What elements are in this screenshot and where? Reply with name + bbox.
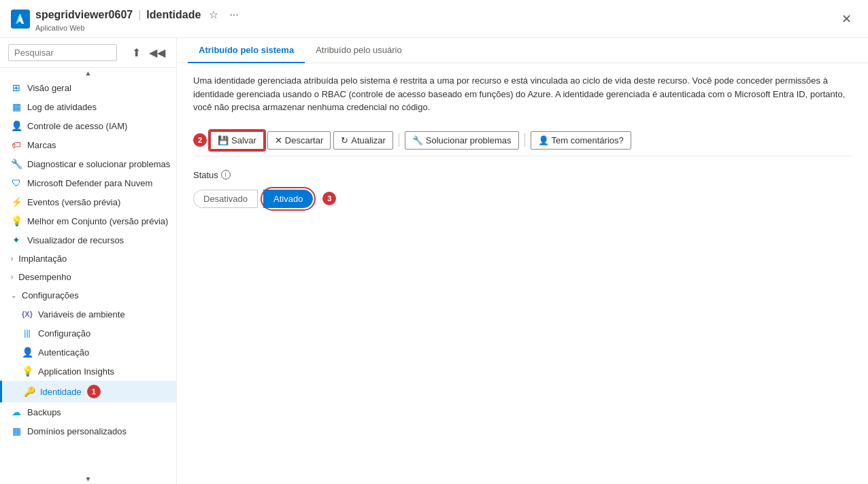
identidade-icon: 🔑 — [24, 386, 35, 397]
sidebar-controls: ⬆ ◀◀ — [129, 44, 168, 62]
sidebar-item-marcas[interactable]: 🏷 Marcas — [0, 135, 176, 154]
sidebar-item-identidade[interactable]: 🔑 Identidade 1 — [0, 381, 176, 402]
status-text: Status — [193, 170, 218, 180]
toolbar-divider-2 — [524, 133, 525, 147]
sidebar-item-visao-geral[interactable]: ⊞ Visão geral — [0, 78, 176, 97]
solve-button[interactable]: 🔧 Solucionar problemas — [405, 131, 519, 150]
tabs-bar: Atribuído pelo sistema Atribuído pelo us… — [177, 38, 868, 63]
configuracao-icon: ||| — [22, 328, 33, 339]
status-label-row: Status i — [193, 170, 852, 180]
melhor-conjunto-icon: 💡 — [11, 215, 22, 226]
step-badge-2: 2 — [193, 133, 207, 147]
backups-icon: ☁ — [11, 407, 22, 417]
sidebar-item-diagnosticar[interactable]: 🔧 Diagnosticar e solucionar problemas — [0, 154, 176, 173]
solve-icon: 🔧 — [412, 135, 423, 145]
main-content: Atribuído pelo sistema Atribuído pelo us… — [177, 38, 868, 484]
toggle-highlight-box: Ativado — [261, 187, 316, 211]
feedback-button[interactable]: 👤 Tem comentários? — [531, 131, 631, 150]
save-label: Salvar — [231, 135, 256, 145]
discard-icon: ✕ — [275, 135, 282, 145]
sidebar-item-visualizador-recursos[interactable]: ✦ Visualizador de recursos — [0, 230, 176, 249]
group-label: Implantação — [18, 254, 67, 264]
status-info-icon[interactable]: i — [221, 170, 231, 179]
chevron-configuracoes: ⌄ — [11, 292, 16, 299]
sidebar-item-label: Marcas — [27, 140, 56, 150]
sidebar-item-label: Diagnosticar e solucionar problemas — [27, 159, 170, 169]
sidebar-item-configuracao[interactable]: ||| Configuração — [0, 324, 176, 343]
chevron-implantacao: › — [11, 255, 13, 262]
sidebar-item-backups[interactable]: ☁ Backups — [0, 402, 176, 421]
toolbar: 2 💾 Salvar ✕ Descartar ↻ Atualizar 🔧 Sol… — [193, 125, 852, 156]
controle-acesso-icon: 👤 — [11, 120, 22, 131]
sidebar-item-log-atividades[interactable]: ▦ Log de atividades — [0, 97, 176, 116]
scroll-down-indicator: ▼ — [0, 474, 176, 484]
sidebar-item-label: Controle de acesso (IAM) — [27, 121, 127, 131]
tab-atribuido-usuario[interactable]: Atribuído pelo usuário — [305, 38, 412, 63]
sidebar-group-desempenho[interactable]: › Desempenho — [0, 268, 176, 286]
dominios-icon: ▦ — [11, 426, 22, 436]
resource-name: spegridviewer0607 — [35, 9, 133, 21]
sidebar-item-autenticacao[interactable]: 👤 Autenticação — [0, 343, 176, 362]
marcas-icon: 🏷 — [11, 139, 22, 150]
save-button[interactable]: 💾 Salvar — [210, 131, 265, 150]
scroll-down-arrow: ▼ — [85, 475, 92, 483]
sidebar-item-label: Visualizador de recursos — [27, 235, 124, 245]
sidebar-item-eventos[interactable]: ⚡ Eventos (versão prévia) — [0, 192, 176, 211]
defender-icon: 🛡 — [11, 177, 22, 188]
content-area: Uma identidade gerenciada atribuída pelo… — [177, 63, 868, 484]
sidebar-item-label: Domínios personalizados — [27, 426, 127, 436]
sidebar-item-label: Melhor em Conjunto (versão prévia) — [27, 216, 168, 226]
sidebar-item-label: Microsoft Defender para Nuvem — [27, 178, 152, 188]
step-badge-3: 3 — [322, 192, 336, 205]
sidebar-item-application-insights[interactable]: 💡 Application Insights — [0, 362, 176, 381]
header: spegridviewer0607 | Identidade ☆ ··· Apl… — [0, 0, 868, 38]
update-button[interactable]: ↻ Atualizar — [333, 131, 393, 150]
description-text: Uma identidade gerenciada atribuída pelo… — [193, 74, 846, 114]
sidebar-item-controle-acesso[interactable]: 👤 Controle de acesso (IAM) — [0, 116, 176, 135]
search-input[interactable] — [8, 44, 117, 61]
azure-icon — [11, 10, 30, 29]
save-icon: 💾 — [218, 135, 229, 145]
feedback-label: Tem comentários? — [552, 135, 624, 145]
toggle-group: Desativado Ativado 3 — [193, 187, 852, 211]
disabled-toggle-button[interactable]: Desativado — [193, 190, 258, 208]
solve-label: Solucionar problemas — [426, 135, 512, 145]
sidebar-group-configuracoes[interactable]: ⌄ Configurações — [0, 286, 176, 305]
sidebar-item-defender[interactable]: 🛡 Microsoft Defender para Nuvem — [0, 173, 176, 192]
enabled-toggle-button[interactable]: Ativado — [263, 190, 313, 208]
application-insights-icon: 💡 — [22, 366, 33, 377]
update-label: Atualizar — [351, 135, 386, 145]
tab-atribuido-sistema[interactable]: Atribuído pelo sistema — [188, 38, 305, 63]
sidebar-nav: ⊞ Visão geral ▦ Log de atividades 👤 Cont… — [0, 78, 176, 474]
sidebar-item-melhor-conjunto[interactable]: 💡 Melhor em Conjunto (versão prévia) — [0, 211, 176, 230]
more-options-button[interactable]: ··· — [227, 6, 241, 24]
navigate-up-button[interactable]: ⬆ — [129, 44, 144, 62]
visualizador-icon: ✦ — [11, 235, 22, 245]
body: ⬆ ◀◀ ▲ ⊞ Visão geral ▦ Log de atividades… — [0, 38, 868, 484]
collapse-sidebar-button[interactable]: ◀◀ — [146, 44, 168, 62]
discard-button[interactable]: ✕ Descartar — [267, 131, 331, 150]
sidebar-item-dominios[interactable]: ▦ Domínios personalizados — [0, 421, 176, 440]
step-badge-1: 1 — [87, 385, 101, 398]
chevron-desempenho: › — [11, 273, 13, 281]
sidebar: ⬆ ◀◀ ▲ ⊞ Visão geral ▦ Log de atividades… — [0, 38, 177, 484]
feedback-icon: 👤 — [538, 135, 549, 145]
sidebar-item-variaveis-ambiente[interactable]: {X} Variáveis de ambiente — [0, 305, 176, 324]
favorite-button[interactable]: ☆ — [206, 5, 221, 24]
sidebar-item-label: Application Insights — [38, 366, 114, 377]
variaveis-icon: {X} — [22, 309, 33, 319]
status-section: Status i Desativado Ativado 3 — [193, 170, 852, 211]
sidebar-group-implantacao[interactable]: › Implantação — [0, 249, 176, 268]
sidebar-item-label: Autenticação — [38, 347, 89, 358]
toolbar-divider-1 — [399, 133, 399, 147]
sidebar-item-label: Eventos (versão prévia) — [27, 197, 120, 207]
sidebar-item-label: Variáveis de ambiente — [38, 309, 125, 319]
autenticacao-icon: 👤 — [22, 347, 33, 358]
separator: | — [138, 9, 141, 21]
group-label: Desempenho — [18, 272, 71, 282]
close-button[interactable]: ✕ — [836, 9, 857, 29]
diagnosticar-icon: 🔧 — [11, 158, 22, 169]
scroll-up-indicator: ▲ — [0, 68, 176, 78]
eventos-icon: ⚡ — [11, 196, 22, 207]
scroll-up-arrow: ▲ — [85, 69, 92, 77]
